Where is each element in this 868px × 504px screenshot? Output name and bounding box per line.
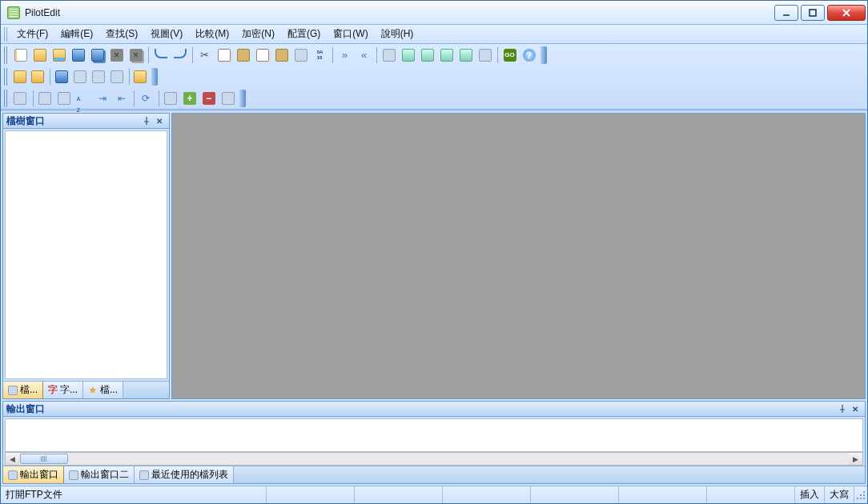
find-in-files-button[interactable] [476,46,494,64]
format-button[interactable] [36,89,54,107]
indent-remove-button[interactable]: ⇤ [112,89,131,107]
output-tab-recent[interactable]: 最近使用的檔列表 [135,466,234,483]
compare-prev-button[interactable] [437,46,456,64]
ftp-lock-button[interactable] [132,67,150,86]
output-tab-1[interactable]: 輸出窗口 [3,466,64,483]
toolbar-main: ✂ » « [1,44,867,66]
window-controls [774,5,866,21]
pin-button[interactable] [836,402,849,415]
collapse-all-button[interactable] [219,89,237,107]
help-button[interactable] [520,46,538,64]
goto-button[interactable] [500,46,519,64]
hex-mode-button[interactable] [311,46,329,64]
highlight-button[interactable] [11,89,30,107]
output-header: 輸出窗口 ✕ [3,402,865,417]
refresh-button[interactable]: ⟳ [137,89,155,107]
close-panel-button[interactable]: ✕ [153,114,166,127]
ftp-refresh-button[interactable] [90,67,107,86]
reformat-button[interactable] [55,89,74,107]
side-tab-favorites[interactable]: ★ 檔... [83,382,123,398]
cut-button[interactable]: ✂ [195,46,214,64]
paste-button[interactable] [234,46,252,64]
status-cell-3 [443,486,531,503]
sort-button[interactable] [74,89,92,107]
expand-button[interactable] [162,89,180,107]
file-tree-panel: 檔樹窗口 ✕ 檔... 字 字... ★ 檔... [2,113,170,399]
menu-encrypt[interactable]: 加密(N) [235,25,281,43]
merge-button[interactable] [456,46,475,64]
app-title: PilotEdit [25,7,774,18]
file-tree-body[interactable] [5,130,167,379]
compare-next-button[interactable] [418,46,436,64]
bookmark-button[interactable] [380,46,398,64]
side-tab-chars[interactable]: 字 字... [43,382,83,398]
menu-view[interactable]: 視圖(V) [144,25,189,43]
side-tabs: 檔... 字 字... ★ 檔... [3,381,169,398]
close-panel-button[interactable]: ✕ [849,402,862,415]
ftp-settings-button[interactable] [108,67,126,86]
separator-icon [192,47,193,63]
app-icon [7,6,20,19]
char-icon: 字 [48,383,58,397]
scroll-right-icon[interactable]: ▶ [849,453,862,465]
maximize-button[interactable] [801,5,825,21]
menu-help[interactable]: 說明(H) [375,25,420,43]
editor-area[interactable] [171,113,866,399]
close-button[interactable] [827,5,866,21]
paste-append-button[interactable] [272,46,291,64]
menu-search[interactable]: 查找(S) [99,25,144,43]
statusbar: 打開FTP文件 插入 大寫 [1,486,867,503]
close-all-button[interactable] [127,46,145,64]
scroll-thumb[interactable] [20,454,68,464]
save-button[interactable] [69,46,87,64]
titlebar: PilotEdit [1,1,867,25]
separator-icon [497,47,498,63]
output-body[interactable] [5,418,863,452]
toolbar-overflow-icon[interactable] [540,46,547,64]
ftp-disconnect-button[interactable] [30,67,47,86]
menu-compare[interactable]: 比較(M) [189,25,235,43]
toolbar-overflow-icon[interactable] [239,90,246,107]
ftp-download-button[interactable] [71,67,89,86]
separator-icon [148,47,149,63]
ftp-connect-button[interactable] [11,67,29,86]
copy-append-button[interactable] [253,46,271,64]
toolbar-edit: ⇥ ⇤ ⟳ [1,87,249,109]
minimize-button[interactable] [774,5,798,21]
close-file-button[interactable] [107,46,126,64]
scroll-left-icon[interactable]: ◀ [6,453,19,465]
menu-file[interactable]: 文件(F) [10,25,54,43]
side-tab-files[interactable]: 檔... [3,382,43,398]
collapse-minus-button[interactable] [199,89,218,107]
menu-edit[interactable]: 編輯(E) [54,25,99,43]
resize-grip-icon[interactable] [854,489,867,502]
open-ftp-button[interactable] [50,46,68,64]
menu-config[interactable]: 配置(G) [281,25,327,43]
toolbar-overflow-icon[interactable] [151,68,158,86]
menu-window[interactable]: 窗口(W) [327,25,374,43]
undo-button[interactable] [151,46,170,64]
grip-icon [4,90,9,107]
separator-icon [134,90,135,106]
ftp-upload-button[interactable] [53,67,70,86]
open-file-button[interactable] [30,46,49,64]
separator-icon [129,69,130,85]
separator-icon [332,47,333,63]
new-file-button[interactable] [11,46,30,64]
next-button[interactable]: » [336,46,354,64]
file-tree-header: 檔樹窗口 ✕ [3,114,169,129]
output-tab-2[interactable]: 輸出窗口二 [64,466,135,483]
column-mode-button[interactable] [291,46,310,64]
prev-button[interactable]: « [355,46,373,64]
save-as-button[interactable] [88,46,106,64]
output-panel: 輸出窗口 ✕ ◀ ▶ 輸出窗口 輸出窗口二 最近使用的檔列表 [2,401,866,484]
copy-button[interactable] [215,46,233,64]
list-icon [139,470,149,480]
redo-button[interactable] [171,46,189,64]
status-cell-5 [619,486,707,503]
pin-button[interactable] [140,114,153,127]
indent-add-button[interactable]: ⇥ [93,89,111,107]
horizontal-scrollbar[interactable]: ◀ ▶ [5,452,863,466]
compare-button[interactable] [399,46,417,64]
collapse-plus-button[interactable] [181,89,199,107]
